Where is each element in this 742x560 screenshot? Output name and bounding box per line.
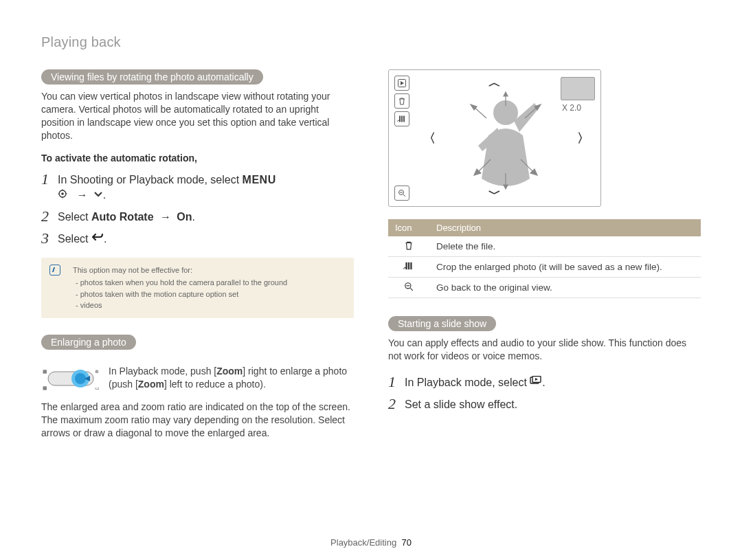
toggle-description: In Playback mode, push [Zoom] right to e… [109, 365, 354, 391]
menu-icon-text: MENU [243, 174, 276, 186]
svg-text:▭: ▭ [95, 385, 100, 390]
note-title: This option may not be effective for: [73, 265, 344, 276]
page-title: Playing back [41, 34, 701, 50]
step-1-text: In Playback mode, select [405, 377, 530, 388]
thumbnail-preview [561, 77, 595, 100]
step-2-on: On [177, 211, 192, 223]
step-3-pre: Select [58, 233, 91, 245]
note-item: videos [73, 300, 344, 311]
chevron-left-icon: 〈 [423, 130, 436, 146]
svg-text:▦: ▦ [43, 385, 47, 390]
slideshow-icon [530, 374, 542, 390]
photo-figure [464, 91, 547, 194]
auto-rotate-steps: 1 In Shooting or Playback mode, select M… [41, 170, 354, 247]
crop-icon [394, 111, 409, 126]
step-2: 2 Select Auto Rotate → On. [41, 208, 354, 225]
table-header-description: Description [429, 219, 701, 236]
page-footer: Playback/Editing 70 [0, 537, 742, 548]
table-row: Crop the enlarged photo (it will be save… [388, 257, 701, 278]
slideshow-description: You can apply effects and audio to your … [388, 337, 701, 363]
zoom-toggle-diagram: ▦ ▦ ⊕ ▭ [41, 365, 102, 392]
svg-rect-15 [401, 116, 403, 122]
step-3-end: . [104, 233, 106, 245]
step-number: 2 [388, 395, 405, 413]
left-column: Viewing files by rotating the photo auto… [41, 69, 354, 450]
heading-pill-enlarge: Enlarging a photo [41, 335, 136, 350]
note-item: photos taken when you hold the camera pa… [73, 277, 344, 289]
step-1-end: . [103, 189, 106, 201]
icon-description-table: Icon Description Delete the file. Crop t… [388, 219, 701, 298]
footer-section: Playback/Editing [330, 537, 396, 548]
svg-line-31 [410, 288, 413, 291]
down-arrow-icon [93, 188, 103, 203]
step-2-end: . [192, 211, 195, 223]
slideshow-steps: 1 In Playback mode, select . 2 Set a sli… [388, 373, 701, 413]
play-icon [394, 76, 409, 91]
step-2-text: Set a slide show effect. [405, 399, 517, 410]
table-row: Go back to the original view. [388, 278, 701, 298]
svg-rect-29 [410, 262, 412, 269]
svg-point-8 [75, 373, 86, 384]
right-column: X 2.0 ︿ ﹀ 〈 〉 [388, 69, 701, 450]
table-cell: Crop the enlarged photo (it will be save… [429, 257, 701, 278]
svg-text:▦: ▦ [43, 369, 47, 374]
step-number: 1 [388, 373, 405, 391]
zoom-out-icon [394, 186, 409, 201]
step-number: 1 [41, 170, 58, 188]
toggle-row: ▦ ▦ ⊕ ▭ In Playback mode, push [Zoom] ri… [41, 365, 354, 392]
step-number: 2 [41, 208, 58, 225]
page-number: 70 [401, 537, 411, 548]
auto-rotate-description: You can view vertical photos in landscap… [41, 90, 354, 142]
zoom-out-icon [388, 278, 429, 298]
note-item: photos taken with the motion capture opt… [73, 289, 344, 300]
note-icon [49, 265, 60, 276]
step-1: 1 In Playback mode, select . [388, 373, 701, 391]
step-2: 2 Set a slide show effect. [388, 395, 701, 413]
step-3: 3 Select . [41, 229, 354, 247]
step-2-pre: Select [58, 211, 91, 223]
svg-rect-16 [403, 116, 405, 122]
svg-point-1 [61, 192, 64, 195]
step-2-bold: Auto Rotate [91, 211, 154, 223]
enlarge-description: The enlarged area and zoom ratio are ind… [41, 401, 354, 440]
table-header-icon: Icon [388, 219, 429, 236]
svg-line-18 [403, 194, 405, 197]
crop-icon [388, 257, 429, 278]
svg-text:⊕: ⊕ [95, 369, 99, 374]
heading-pill-auto-rotate: Viewing files by rotating the photo auto… [41, 69, 263, 85]
gear-icon [58, 188, 70, 203]
back-arrow-icon [91, 231, 104, 246]
table-row: Delete the file. [388, 236, 701, 257]
note-box: This option may not be effective for: ph… [41, 258, 354, 318]
activate-subheading: To activate the automatic rotation, [41, 153, 354, 164]
zoom-ratio-label: X 2.0 [562, 103, 581, 113]
chevron-right-icon: 〉 [577, 130, 589, 146]
table-cell: Go back to the original view. [429, 278, 701, 298]
step-1-end: . [542, 377, 545, 388]
svg-rect-28 [408, 262, 409, 269]
heading-pill-slideshow: Starting a slide show [388, 316, 496, 331]
enlarged-photo-screenshot: X 2.0 ︿ ﹀ 〈 〉 [388, 69, 601, 207]
trash-icon [394, 93, 409, 109]
table-cell: Delete the file. [429, 236, 701, 257]
step-1-text: In Shooting or Playback mode, select [58, 174, 243, 186]
chevron-up-icon: ︿ [488, 74, 501, 91]
step-1: 1 In Shooting or Playback mode, select M… [41, 170, 354, 203]
step-number: 3 [41, 229, 58, 247]
trash-icon [388, 236, 429, 257]
content-columns: Viewing files by rotating the photo auto… [41, 69, 701, 450]
